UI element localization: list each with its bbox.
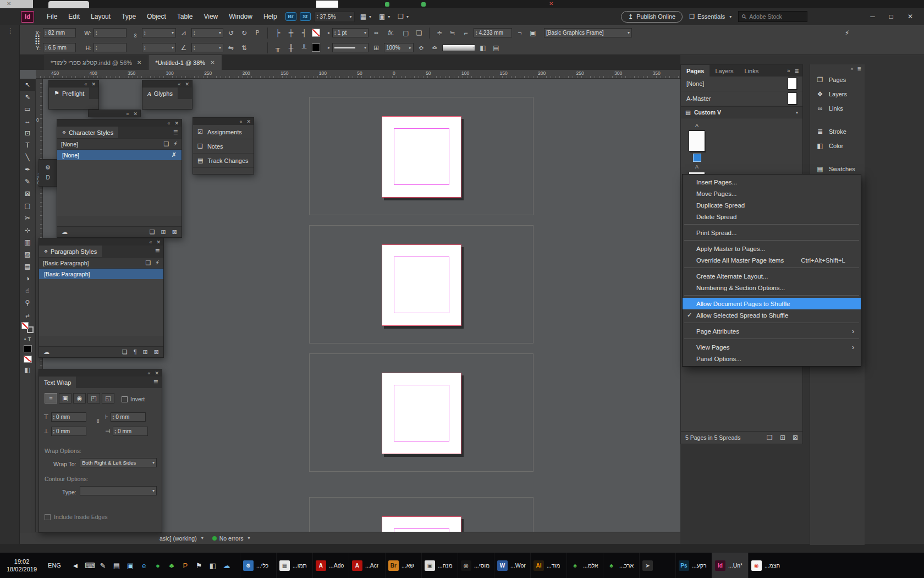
- jump-object-button[interactable]: ◰: [87, 393, 100, 403]
- align-left-button[interactable]: ╞: [272, 28, 283, 38]
- tab-close-icon[interactable]: ✕: [137, 59, 141, 66]
- text-wrap-tab[interactable]: Text Wrap: [39, 377, 76, 388]
- menu-item[interactable]: Table: [172, 9, 198, 24]
- vertical-justify-top-button[interactable]: ≑: [434, 28, 445, 38]
- fill-color-swatch[interactable]: [312, 43, 320, 52]
- close-button[interactable]: ✕: [908, 13, 913, 20]
- bridge-button[interactable]: Br: [285, 12, 296, 21]
- master-page-row[interactable]: A-Master: [681, 91, 802, 106]
- corner-radius-field[interactable]: 4.233 mm: [474, 28, 512, 37]
- page-thumbnail[interactable]: [689, 130, 705, 151]
- menu-item[interactable]: Object: [142, 9, 171, 24]
- stroke-color-flyout[interactable]: [322, 28, 330, 38]
- collapse-panel-icon[interactable]: «: [178, 81, 180, 87]
- language-indicator[interactable]: ENG: [43, 562, 65, 569]
- expand-dock-icon[interactable]: »: [850, 66, 853, 72]
- apply-none-button[interactable]: [24, 356, 32, 363]
- collapse-panel-icon[interactable]: «: [84, 81, 87, 87]
- panel-menu-icon[interactable]: ≣: [153, 379, 162, 386]
- preflight-tab[interactable]: ⚑ Preflight: [49, 88, 89, 99]
- adobe-stock-search-input[interactable]: ⚲ Adobe Stock: [738, 11, 807, 22]
- vertical-justify-bottom-button[interactable]: ≒: [447, 28, 458, 38]
- document-tab[interactable]: *Untitled-1 @ 38% ✕: [148, 55, 222, 70]
- style-group-folder-icon[interactable]: ❏: [122, 348, 128, 356]
- frame-fitting-icon[interactable]: ▣: [527, 28, 538, 38]
- taskbar-app-illustrator[interactable]: Ai ...מוד: [530, 553, 566, 578]
- rectangle-tool[interactable]: ▢: [20, 200, 35, 212]
- taskbar-app-music[interactable]: ◎ ...מוסי: [458, 553, 494, 578]
- fill-proxy-swatch[interactable]: [21, 322, 29, 329]
- invert-checkbox[interactable]: [122, 396, 128, 402]
- context-menu-item[interactable]: Numbering & Section Options...: [683, 282, 861, 293]
- new-style-group-icon[interactable]: ❑: [145, 259, 151, 266]
- selected-page-badge[interactable]: [693, 154, 701, 162]
- photo-icon[interactable]: ◧: [208, 561, 217, 570]
- master-page-row[interactable]: [None]: [681, 77, 802, 91]
- tablet-icon[interactable]: ▤: [112, 561, 121, 570]
- scissors-tool[interactable]: ✂: [20, 212, 35, 224]
- dock-links[interactable]: ∞ Links: [810, 101, 865, 116]
- effects-button[interactable]: fx.: [384, 28, 398, 38]
- dock-layers[interactable]: ❖ Layers: [810, 87, 865, 101]
- gradient-swatch-tool[interactable]: ▥: [20, 236, 35, 248]
- monitor-icon[interactable]: ▣: [126, 561, 135, 570]
- line-tool[interactable]: ╲: [20, 151, 35, 163]
- view-options-dropdown[interactable]: ▦: [358, 13, 373, 20]
- notes-item[interactable]: ❑ Notes: [193, 139, 254, 154]
- maximize-button[interactable]: □: [889, 13, 893, 20]
- orange-p-icon[interactable]: P: [181, 561, 190, 570]
- menu-item[interactable]: View: [199, 9, 223, 24]
- formatting-affects-container-icon[interactable]: ▪: [24, 336, 26, 342]
- context-menu-item[interactable]: Panel Options...: [683, 353, 861, 364]
- close-panel-icon[interactable]: ✕: [174, 121, 179, 126]
- taskbar-app-photos[interactable]: ▦ ...תמו: [276, 553, 312, 578]
- stroke-color-swatch[interactable]: [312, 29, 320, 37]
- fill-color-flyout[interactable]: [322, 43, 330, 53]
- taskbar-app-clover1[interactable]: ♣ ...אלמ: [566, 553, 603, 578]
- flip-horizontal-button[interactable]: ⇋: [226, 43, 237, 53]
- context-menu-item[interactable]: Allow Selected Spread to Shuffle: [683, 309, 861, 321]
- right-offset-field[interactable]: ⊦ 0 mm: [105, 412, 163, 422]
- flag-icon[interactable]: ⚑: [195, 561, 204, 570]
- stock-button[interactable]: St: [300, 12, 311, 21]
- menu-item[interactable]: Type: [117, 9, 141, 24]
- antivirus-icon[interactable]: ●: [153, 561, 162, 570]
- zoom-tool[interactable]: ⚲: [20, 297, 35, 309]
- cloud-sync-icon[interactable]: ☁: [62, 228, 68, 236]
- zoom-level-dropdown[interactable]: 37.5%: [314, 12, 355, 22]
- workspace-switcher-dropdown[interactable]: ❒ Essentials: [686, 13, 735, 20]
- panel-menu-icon[interactable]: ≣: [173, 129, 182, 136]
- wrap-around-bounding-box-button[interactable]: ▣: [59, 393, 72, 403]
- context-menu-item[interactable]: Delete Spread: [683, 211, 861, 222]
- jump-to-next-column-button[interactable]: ◱: [102, 393, 114, 403]
- panel-tab[interactable]: Pages: [681, 65, 710, 77]
- keyboard-icon[interactable]: ⌨: [85, 561, 94, 570]
- collapse-panel-icon[interactable]: «: [147, 370, 150, 376]
- document-page[interactable]: [382, 116, 461, 198]
- context-menu-item[interactable]: Move Pages...: [683, 188, 861, 199]
- pen-tool[interactable]: ✒: [20, 163, 35, 176]
- assignments-item[interactable]: ☑ Assignments: [193, 125, 254, 139]
- distribute-center-button[interactable]: ╫: [285, 43, 296, 53]
- dock-pages[interactable]: ❐ Pages: [810, 73, 865, 87]
- hand-tool[interactable]: ☝: [20, 285, 35, 297]
- close-panel-icon[interactable]: ✕: [91, 81, 96, 87]
- delete-style-icon[interactable]: ⊠: [154, 348, 159, 356]
- new-style-icon[interactable]: ⊞: [161, 228, 166, 236]
- opacity-dropdown[interactable]: 100%: [384, 43, 414, 52]
- wrap-around-object-shape-button[interactable]: ◉: [73, 393, 86, 403]
- context-menu-item[interactable]: Create Alternate Layout...: [683, 270, 861, 282]
- screen-mode-dropdown[interactable]: ▣: [377, 13, 392, 20]
- contour-type-dropdown[interactable]: [80, 486, 157, 495]
- close-panel-icon[interactable]: ✕: [155, 370, 159, 376]
- cloud-sync-icon[interactable]: ☁: [43, 348, 50, 356]
- height-field[interactable]: [94, 43, 127, 52]
- zoom-stepper[interactable]: [317, 14, 318, 19]
- horizontal-ruler[interactable]: 4504003503002502001501005005010015020025…: [36, 70, 680, 79]
- context-menu-item[interactable]: Duplicate Spread: [683, 199, 861, 211]
- taskbar-app-adobe[interactable]: A ...Ado: [312, 553, 349, 578]
- pen-icon[interactable]: ✎: [98, 561, 107, 570]
- quick-apply-icon[interactable]: ⚡: [155, 259, 160, 266]
- taskbar-app-bridge[interactable]: Br ...שא: [385, 553, 421, 578]
- fill-stroke-proxy[interactable]: [21, 322, 34, 333]
